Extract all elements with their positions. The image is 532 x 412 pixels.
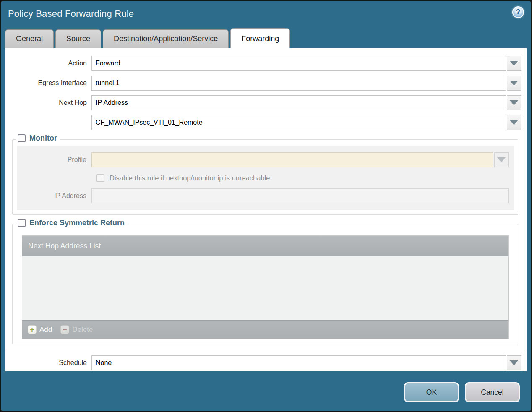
next-hop-address-row: CF_MWAN_IPsec_VTI_01_Remote xyxy=(5,115,521,130)
symmetric-return-title: Enforce Symmetric Return xyxy=(29,219,125,227)
help-icon[interactable]: ? xyxy=(512,6,524,18)
monitor-title: Monitor xyxy=(29,134,57,143)
add-button[interactable]: + Add xyxy=(28,325,52,334)
monitor-ip-address-label: IP Address xyxy=(17,192,91,200)
next-hop-type-value[interactable]: IP Address xyxy=(91,95,506,110)
disable-rule-checkbox xyxy=(96,174,104,182)
egress-interface-label: Egress Interface xyxy=(5,79,91,87)
dialog-titlebar: Policy Based Forwarding Rule ? xyxy=(1,1,531,26)
tab-destination-application-service[interactable]: Destination/Application/Service xyxy=(103,29,229,48)
symmetric-return-checkbox[interactable] xyxy=(18,219,26,227)
delete-button: − Delete xyxy=(60,325,93,334)
action-select[interactable]: Forward xyxy=(91,56,521,71)
schedule-divider xyxy=(5,351,527,351)
profile-label: Profile xyxy=(17,156,91,164)
chevron-down-icon xyxy=(497,157,506,162)
egress-interface-select[interactable]: tunnel.1 xyxy=(91,76,521,91)
plus-icon: + xyxy=(28,325,37,334)
next-hop-label: Next Hop xyxy=(5,99,91,107)
add-button-label: Add xyxy=(39,326,52,334)
tab-bar: General Source Destination/Application/S… xyxy=(1,26,531,48)
next-hop-address-list-header: Next Hop Address List xyxy=(22,236,508,256)
next-hop-address-list-toolbar: + Add − Delete xyxy=(22,320,508,339)
chevron-down-icon xyxy=(510,81,518,86)
schedule-dropdown-arrow[interactable] xyxy=(507,355,521,370)
next-hop-row: Next Hop IP Address xyxy=(5,95,521,110)
next-hop-address-dropdown-arrow[interactable] xyxy=(507,115,521,130)
monitor-panel: Profile Disable this rule if nexthop/mon… xyxy=(17,146,514,210)
chevron-down-icon xyxy=(510,360,518,365)
dialog-footer: OK Cancel xyxy=(1,371,531,411)
chevron-down-icon xyxy=(510,120,518,125)
tab-source[interactable]: Source xyxy=(55,29,101,48)
cancel-button[interactable]: Cancel xyxy=(465,382,520,402)
profile-dropdown-arrow xyxy=(494,152,509,167)
monitor-ip-address-input xyxy=(91,188,509,203)
monitor-fieldset: Monitor Profile Disable this rule if nex… xyxy=(12,139,518,215)
next-hop-type-select[interactable]: IP Address xyxy=(91,95,521,110)
ok-button[interactable]: OK xyxy=(404,382,459,402)
egress-interface-dropdown-arrow[interactable] xyxy=(507,76,521,91)
profile-row: Profile xyxy=(17,152,509,167)
policy-based-forwarding-dialog: Policy Based Forwarding Rule ? General S… xyxy=(0,0,532,412)
symmetric-return-legend: Enforce Symmetric Return xyxy=(16,219,128,227)
forwarding-tab-panel: Action Forward Egress Interface tunnel.1… xyxy=(5,48,527,371)
tab-general[interactable]: General xyxy=(5,29,54,48)
monitor-legend: Monitor xyxy=(16,134,60,143)
action-label: Action xyxy=(5,60,91,67)
action-value[interactable]: Forward xyxy=(91,56,506,71)
next-hop-address-value[interactable]: CF_MWAN_IPsec_VTI_01_Remote xyxy=(91,115,506,130)
monitor-checkbox[interactable] xyxy=(18,134,26,142)
disable-rule-row: Disable this rule if nexthop/monitor ip … xyxy=(96,174,514,182)
delete-button-label: Delete xyxy=(72,326,93,334)
schedule-select[interactable]: None xyxy=(91,355,521,370)
chevron-down-icon xyxy=(510,100,518,105)
action-row: Action Forward xyxy=(5,56,521,71)
dialog-title: Policy Based Forwarding Rule xyxy=(8,8,134,19)
next-hop-address-list-body xyxy=(22,256,508,320)
tab-forwarding[interactable]: Forwarding xyxy=(230,28,290,48)
minus-icon: − xyxy=(60,325,69,334)
chevron-down-icon xyxy=(510,61,518,66)
disable-rule-label: Disable this rule if nexthop/monitor ip … xyxy=(110,174,270,182)
next-hop-address-select[interactable]: CF_MWAN_IPsec_VTI_01_Remote xyxy=(91,115,521,130)
monitor-ip-address-row: IP Address xyxy=(17,188,509,203)
schedule-label: Schedule xyxy=(5,359,91,367)
schedule-value[interactable]: None xyxy=(91,355,506,370)
egress-interface-row: Egress Interface tunnel.1 xyxy=(5,76,521,91)
schedule-row: Schedule None xyxy=(5,355,521,370)
monitor-ip-address-field-wrap xyxy=(91,188,509,203)
symmetric-return-fieldset: Enforce Symmetric Return Next Hop Addres… xyxy=(12,224,518,344)
profile-select xyxy=(91,152,509,167)
next-hop-address-list-table: Next Hop Address List + Add − Delete xyxy=(22,235,509,339)
next-hop-type-dropdown-arrow[interactable] xyxy=(507,95,521,110)
action-dropdown-arrow[interactable] xyxy=(507,56,521,71)
profile-value xyxy=(91,152,493,167)
egress-interface-value[interactable]: tunnel.1 xyxy=(91,76,506,91)
